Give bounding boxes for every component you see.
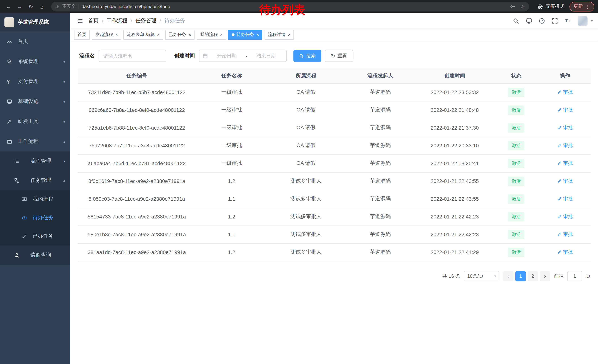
- goto-page-input[interactable]: [567, 271, 582, 281]
- sidebar-item-process-management[interactable]: 流程管理 ▾: [0, 152, 70, 171]
- approve-link[interactable]: 审批: [557, 107, 573, 113]
- page-button-2[interactable]: 2: [528, 271, 538, 281]
- cell-create-time: 2022-01-22 21:48:48: [416, 101, 493, 119]
- font-size-icon[interactable]: TT: [565, 17, 571, 24]
- approve-link-label: 审批: [563, 124, 573, 131]
- sidebar-item-label: 已办任务: [33, 233, 53, 240]
- update-button[interactable]: 更新 ⋮: [569, 2, 594, 11]
- status-tag: 激活: [508, 141, 524, 150]
- cell-task-id: 8f0d1619-7ac8-11ec-a9e2-a2380e71991a: [78, 172, 196, 190]
- cell-process: 测试多审批人: [267, 243, 344, 261]
- page-button-1[interactable]: 1: [515, 271, 526, 281]
- incognito-badge: 无痕模式: [533, 3, 568, 10]
- approve-link[interactable]: 审批: [557, 231, 573, 238]
- tab-home[interactable]: 首页: [74, 30, 90, 40]
- close-icon[interactable]: ×: [220, 32, 223, 37]
- approve-link[interactable]: 审批: [557, 249, 573, 256]
- tab-todo-tasks[interactable]: 待办任务×: [228, 30, 262, 40]
- approve-link[interactable]: 审批: [557, 213, 573, 220]
- fullscreen-icon[interactable]: [552, 17, 558, 24]
- approve-link-label: 审批: [563, 195, 573, 202]
- process-name-input[interactable]: [99, 50, 166, 62]
- sidebar-item-infrastructure[interactable]: 基础设施 ▾: [0, 91, 70, 112]
- tab-label: 我的流程: [200, 32, 218, 38]
- approve-link[interactable]: 审批: [557, 178, 573, 184]
- sidebar-item-label: 研发工具: [18, 118, 39, 125]
- page-size-select[interactable]: 10条/页 ▾: [464, 271, 499, 281]
- approve-link[interactable]: 审批: [557, 124, 573, 131]
- close-icon[interactable]: ×: [189, 32, 191, 37]
- edit-icon: [557, 143, 562, 148]
- sidebar-item-system[interactable]: ⚙ 系统管理 ▾: [0, 51, 70, 72]
- close-icon[interactable]: ×: [157, 32, 160, 37]
- password-key-icon[interactable]: [510, 4, 515, 9]
- tab-label: 待办任务: [236, 32, 254, 38]
- approve-link[interactable]: 审批: [557, 142, 573, 149]
- tab-my-process[interactable]: 我的流程×: [197, 30, 226, 40]
- chevron-down-icon: ▾: [494, 274, 496, 278]
- prev-page-button[interactable]: ‹: [503, 271, 514, 281]
- sidebar-item-home[interactable]: 首页: [0, 32, 70, 51]
- close-icon[interactable]: ×: [288, 32, 291, 37]
- approve-link[interactable]: 审批: [557, 160, 573, 167]
- home-icon[interactable]: ⌂: [37, 2, 47, 11]
- app-title: 芋道管理系统: [18, 19, 49, 25]
- approve-link-label: 审批: [563, 178, 573, 184]
- cell-task-name: 1.2: [196, 208, 268, 226]
- cell-create-time: 2022-01-22 18:25:41: [416, 154, 493, 172]
- svg-text:T: T: [568, 19, 570, 23]
- github-icon[interactable]: [526, 17, 532, 24]
- close-icon[interactable]: ×: [256, 32, 259, 37]
- cell-status: 激活: [493, 172, 539, 190]
- cell-task-name: 1.2: [196, 172, 268, 190]
- cell-actions: 审批: [539, 172, 590, 190]
- avatar[interactable]: [578, 16, 588, 26]
- sidebar-item-task-management[interactable]: 任务管理 ▴: [0, 171, 70, 190]
- reset-button[interactable]: ↻ 重置: [325, 50, 353, 62]
- approve-link[interactable]: 审批: [557, 89, 573, 96]
- forward-icon[interactable]: →: [15, 2, 25, 11]
- cell-task-id: 73211d9d-7b9b-11ec-b5b7-acde48001122: [78, 83, 196, 101]
- tab-process-form-edit[interactable]: 流程表单-编辑×: [123, 30, 163, 40]
- tab-label: 已办任务: [169, 32, 186, 38]
- sidebar-item-devtools[interactable]: 研发工具 ▾: [0, 112, 70, 131]
- bookmark-star-icon[interactable]: ☆: [520, 4, 525, 9]
- approve-link-label: 审批: [563, 160, 573, 167]
- search-button[interactable]: 搜索: [293, 50, 321, 62]
- app-logo-row[interactable]: 芋道管理系统: [0, 13, 70, 32]
- date-range-picker[interactable]: 开始日期 - 结束日期: [199, 50, 287, 62]
- status-tag: 激活: [508, 212, 524, 221]
- sidebar-collapse-icon[interactable]: [75, 17, 83, 24]
- sidebar-item-workflow[interactable]: 工作流程 ▴: [0, 131, 70, 152]
- infrastructure-icon: [7, 99, 16, 104]
- sidebar-item-label: 待办任务: [33, 214, 53, 221]
- sidebar-item-done-tasks[interactable]: 已办任务: [0, 227, 70, 245]
- tab-process-detail[interactable]: 流程详情×: [265, 30, 294, 40]
- cell-process: OA 请假: [267, 119, 344, 137]
- back-icon[interactable]: ←: [4, 2, 13, 11]
- search-icon[interactable]: [513, 17, 519, 24]
- chevron-down-icon[interactable]: ▾: [591, 19, 593, 23]
- next-page-button[interactable]: ›: [540, 271, 550, 281]
- sidebar-item-my-process[interactable]: 我的流程: [0, 190, 70, 209]
- cell-initiator: 芋道源码: [344, 137, 416, 154]
- tab-done-tasks[interactable]: 已办任务×: [165, 30, 194, 40]
- tab-start-process[interactable]: 发起流程×: [92, 30, 121, 40]
- help-icon[interactable]: ?: [539, 17, 545, 24]
- app-logo: [4, 17, 14, 27]
- close-icon[interactable]: ×: [115, 32, 118, 37]
- cell-actions: 审批: [539, 137, 590, 154]
- breadcrumb-workflow[interactable]: 工作流程: [107, 17, 127, 24]
- col-actions: 操作: [539, 68, 590, 83]
- approve-link[interactable]: 审批: [557, 195, 573, 202]
- breadcrumb-task-management[interactable]: 任务管理: [136, 17, 156, 24]
- page-content: 流程名 创建时间 开始日期 - 结束日期 搜索 ↻: [70, 41, 598, 364]
- sidebar-item-todo-tasks[interactable]: 待办任务: [0, 209, 70, 227]
- sidebar-item-leave-query[interactable]: 请假查询: [0, 245, 70, 265]
- start-date-placeholder: 开始日期: [210, 53, 243, 59]
- reload-icon[interactable]: ↻: [26, 2, 36, 11]
- sidebar-item-payment[interactable]: ¥ 支付管理 ▾: [0, 72, 70, 91]
- browser-menu-icon[interactable]: ⋮: [585, 4, 590, 9]
- cell-task-id: 069c6a63-7b8a-11ec-8ef0-acde48001122: [78, 101, 196, 119]
- breadcrumb-home[interactable]: 首页: [88, 17, 99, 24]
